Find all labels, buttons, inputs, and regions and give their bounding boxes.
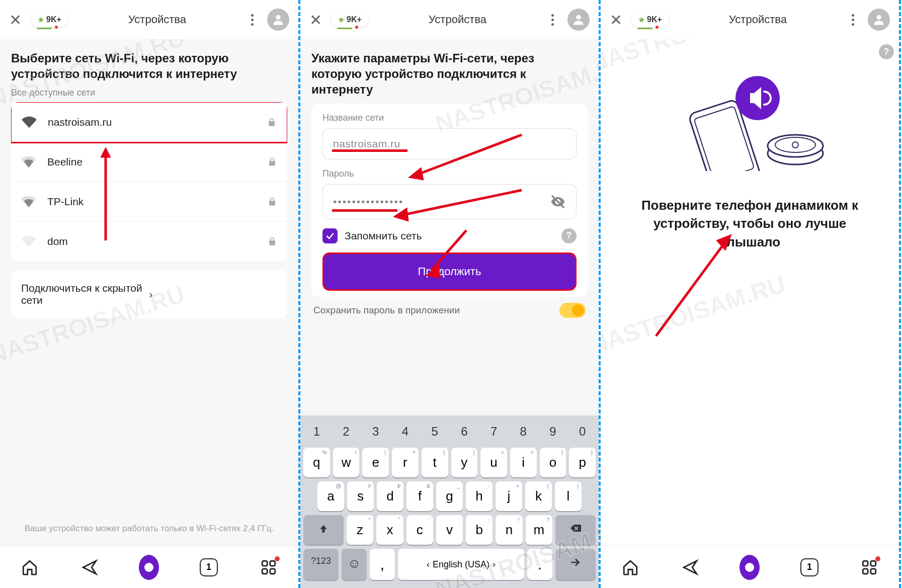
send-icon[interactable] xyxy=(680,557,700,577)
svg-point-7 xyxy=(576,15,581,20)
key-w[interactable]: w\ xyxy=(333,448,360,477)
keyboard-row-3: z*x"c'v:b;n!m? xyxy=(303,515,596,545)
svg-marker-10 xyxy=(408,167,424,180)
key-z[interactable]: z* xyxy=(347,515,373,545)
wifi-item-dom[interactable]: dom xyxy=(11,222,287,261)
svg-rect-5 xyxy=(262,568,267,573)
language-key[interactable]: ‹English (USA)› xyxy=(398,549,524,580)
help-icon[interactable]: ? xyxy=(561,228,577,243)
svg-point-20 xyxy=(768,135,823,157)
lock-icon xyxy=(267,236,277,246)
key-t[interactable]: t[ xyxy=(422,448,448,477)
key-p[interactable]: p} xyxy=(569,448,596,477)
more-menu-icon[interactable] xyxy=(546,14,558,26)
remember-checkbox[interactable] xyxy=(322,228,338,243)
key-n[interactable]: n! xyxy=(496,515,522,545)
close-icon[interactable]: ✕ xyxy=(9,11,22,29)
tabs-icon[interactable]: 1 xyxy=(199,557,219,577)
rating-text: 9K+ xyxy=(347,15,362,24)
period-key[interactable]: . xyxy=(527,549,552,580)
close-icon[interactable]: ✕ xyxy=(309,11,322,29)
save-password-row: Сохранить пароль в приложении xyxy=(311,303,588,318)
key-i[interactable]: i> xyxy=(510,448,537,477)
send-icon[interactable] xyxy=(79,557,100,577)
key-q[interactable]: q% xyxy=(303,448,330,477)
key-3[interactable]: 3 xyxy=(362,419,389,444)
key-e[interactable]: e| xyxy=(362,448,389,477)
key-s[interactable]: s# xyxy=(347,481,374,511)
wifi-item-nastroisam[interactable]: nastroisam.ru xyxy=(11,102,287,143)
alice-icon[interactable] xyxy=(740,557,760,577)
lock-icon xyxy=(267,117,277,127)
avatar[interactable] xyxy=(567,9,590,31)
key-1[interactable]: 1 xyxy=(303,419,330,444)
key-8[interactable]: 8 xyxy=(510,419,537,444)
comma-key[interactable]: , xyxy=(370,549,395,580)
key-f[interactable]: f& xyxy=(406,481,433,511)
svg-marker-12 xyxy=(393,208,408,221)
more-menu-icon[interactable] xyxy=(847,14,859,26)
svg-rect-3 xyxy=(262,561,267,566)
topbar: ✕ 9K+ Устройства xyxy=(0,0,298,39)
key-7[interactable]: 7 xyxy=(480,419,507,444)
backspace-key[interactable] xyxy=(555,515,596,545)
key-r[interactable]: r= xyxy=(392,448,419,477)
help-icon[interactable]: ? xyxy=(879,44,894,59)
key-j[interactable]: j+ xyxy=(496,481,522,511)
key-h[interactable]: h- xyxy=(466,481,493,511)
keyboard-bottom-row: ?123 ☺ , ‹English (USA)› . xyxy=(303,549,596,580)
key-2[interactable]: 2 xyxy=(333,419,360,444)
eye-off-icon[interactable] xyxy=(550,194,566,210)
key-m[interactable]: m? xyxy=(526,515,552,545)
enter-key[interactable] xyxy=(555,549,596,580)
key-o[interactable]: o{ xyxy=(540,448,566,477)
key-0[interactable]: 0 xyxy=(569,419,596,444)
wifi-item-beeline[interactable]: Beeline xyxy=(11,142,287,182)
key-9[interactable]: 9 xyxy=(540,419,566,444)
rating-badge[interactable]: 9K+ xyxy=(331,12,369,27)
key-u[interactable]: u< xyxy=(480,448,507,477)
phone-screen-2: ✕ 9K+ Устройства NASTROISAM.RU Укажите п… xyxy=(300,0,601,588)
shift-key[interactable] xyxy=(303,515,344,545)
apps-icon[interactable] xyxy=(859,557,879,577)
keyboard-row-1: q%w\e|r=t[y]u<i>o{p} xyxy=(303,448,596,477)
key-4[interactable]: 4 xyxy=(392,419,419,444)
wifi-item-tplink[interactable]: TP-Link xyxy=(11,182,287,222)
heading: Укажите параметры Wi-Fi-сети, через кото… xyxy=(311,50,588,98)
rating-text: 9K+ xyxy=(46,15,61,24)
key-x[interactable]: x" xyxy=(376,515,403,545)
key-v[interactable]: v: xyxy=(436,515,463,545)
tabs-icon[interactable]: 1 xyxy=(799,557,819,577)
key-g[interactable]: g_ xyxy=(436,481,463,511)
key-y[interactable]: y] xyxy=(451,448,478,477)
key-k[interactable]: k( xyxy=(525,481,552,511)
key-a[interactable]: a@ xyxy=(317,481,344,511)
save-password-toggle[interactable] xyxy=(559,303,586,318)
apps-icon[interactable] xyxy=(259,557,279,577)
close-icon[interactable]: ✕ xyxy=(610,11,622,29)
wifi-list: nastroisam.ru Beeline TP-Link dom xyxy=(11,102,287,261)
key-d[interactable]: d₽ xyxy=(377,481,403,511)
key-b[interactable]: b; xyxy=(466,515,493,545)
rating-badge[interactable]: 9K+ xyxy=(631,12,669,27)
annotation-arrow xyxy=(386,185,527,225)
emoji-key[interactable]: ☺ xyxy=(342,549,367,580)
key-6[interactable]: 6 xyxy=(451,419,478,444)
keyboard-number-row: 1234567890 xyxy=(303,419,596,444)
home-icon[interactable] xyxy=(20,557,40,577)
wifi-medium-icon xyxy=(21,154,36,170)
key-5[interactable]: 5 xyxy=(422,419,448,444)
heading: Выберите сеть Wi-Fi, через которую устро… xyxy=(11,50,287,81)
page-title: Устройства xyxy=(369,13,546,26)
bottom-nav: 1 xyxy=(0,546,298,588)
hidden-network-button[interactable]: Подключиться к скрытой сети › xyxy=(11,270,287,318)
key-c[interactable]: c' xyxy=(406,515,433,545)
mode-key[interactable]: ?123 xyxy=(303,549,339,580)
rating-badge[interactable]: 9K+ xyxy=(31,12,68,27)
avatar[interactable] xyxy=(267,9,289,31)
home-icon[interactable] xyxy=(620,557,640,577)
key-l[interactable]: l) xyxy=(555,481,582,511)
alice-icon[interactable] xyxy=(139,557,159,577)
more-menu-icon[interactable] xyxy=(246,14,258,26)
avatar[interactable] xyxy=(868,9,890,31)
